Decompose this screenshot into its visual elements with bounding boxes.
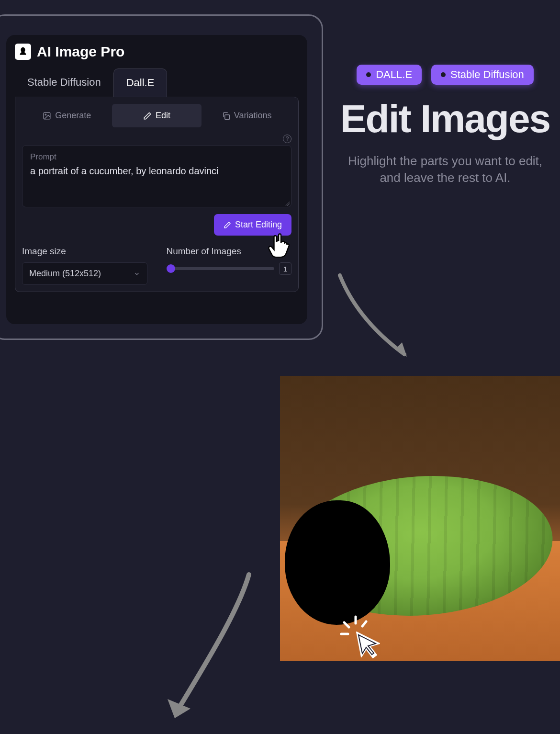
action-tab-label: Generate [55,111,91,121]
badge-dalle: DALL.E [357,65,422,85]
num-images-value: 1 [279,262,291,275]
badges: DALL.E Stable Diffusion [335,65,555,85]
controls-row: Image size Medium (512x512) Number of Im… [22,246,291,285]
start-editing-label: Start Editing [235,220,282,230]
hero-title: Edit Images [335,98,555,139]
help-icon[interactable]: ? [283,135,291,143]
tab-dall-e[interactable]: Dall.E [113,68,168,97]
app-title: AI Image Pro [37,44,124,60]
num-images-label: Number of Images [167,246,292,257]
num-images-slider[interactable] [167,267,275,270]
image-icon [43,112,51,120]
pencil-icon [143,112,152,120]
prompt-input[interactable]: Prompt a portrait of a cucumber, by leon… [22,145,291,207]
badge-stable-diffusion: Stable Diffusion [431,65,534,85]
svg-line-4 [344,622,349,627]
app-window: AI Image Pro Stable Diffusion Dall.E Gen… [0,14,323,340]
tab-stable-diffusion[interactable]: Stable Diffusion [15,68,113,97]
svg-point-1 [45,114,46,115]
chevron-down-icon [134,271,140,277]
pencil-icon [224,221,231,229]
copy-icon [222,112,230,120]
num-images-slider-row: 1 [167,262,292,275]
start-editing-button[interactable]: Start Editing [214,214,291,236]
hero-section: DALL.E Stable Diffusion Edit Images High… [335,65,555,186]
slider-thumb[interactable] [167,264,175,273]
num-images-control: Number of Images 1 [167,246,292,275]
action-tab-label: Edit [156,111,170,121]
edit-mask[interactable] [285,500,390,625]
svg-line-5 [362,621,366,626]
app-header: AI Image Pro [15,44,299,60]
content-box: Generate Edit Variations ? Prompt a port… [15,97,299,292]
badge-dot-icon [441,72,446,77]
badge-label: Stable Diffusion [450,68,524,81]
svg-rect-2 [225,114,230,119]
app-logo-icon [15,44,31,60]
action-tab-variations[interactable]: Variations [202,104,291,127]
help-row: ? [22,134,291,143]
image-size-label: Image size [22,246,147,257]
arrow-down-left-icon [153,570,258,733]
badge-dot-icon [366,72,371,77]
hero-subtitle: Highlight the parts you want to edit, an… [335,153,555,186]
button-row: Start Editing [22,214,291,236]
prompt-text: a portrait of a cucumber, by leonardo da… [30,165,283,193]
action-tab-label: Variations [234,111,272,121]
action-tabs: Generate Edit Variations [22,104,291,127]
resize-handle-icon[interactable] [284,200,290,205]
arrow-down-icon [335,271,421,366]
model-tabs: Stable Diffusion Dall.E [15,68,299,97]
app-inner: AI Image Pro Stable Diffusion Dall.E Gen… [6,35,307,324]
action-tab-generate[interactable]: Generate [22,104,112,127]
image-size-value: Medium (512x512) [29,269,101,279]
image-size-select[interactable]: Medium (512x512) [22,262,147,285]
click-cursor-icon [337,613,385,661]
badge-label: DALL.E [376,68,412,81]
image-size-control: Image size Medium (512x512) [22,246,147,285]
result-image [280,376,560,661]
prompt-label: Prompt [30,152,283,162]
action-tab-edit[interactable]: Edit [112,104,202,127]
